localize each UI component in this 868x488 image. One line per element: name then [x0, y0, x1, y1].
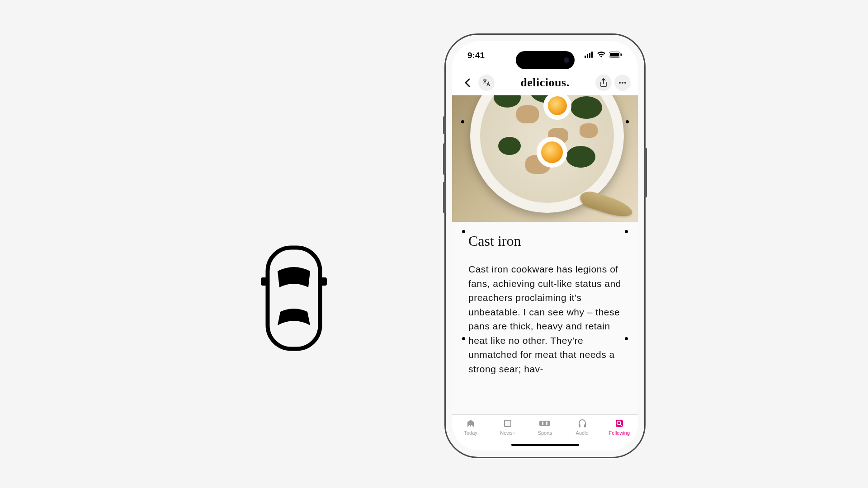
home-indicator[interactable]	[511, 444, 579, 446]
share-button[interactable]	[595, 75, 612, 91]
svg-rect-17	[546, 422, 547, 425]
svg-rect-6	[591, 52, 593, 58]
article-paragraph: Cast iron cookware has legions of fans, …	[468, 262, 622, 376]
tab-label: Sports	[538, 430, 552, 436]
phone-side-button	[443, 143, 446, 175]
svg-point-12	[624, 82, 626, 84]
svg-rect-1	[261, 277, 267, 286]
article-hero-image	[452, 95, 638, 222]
crop-marker-icon	[462, 337, 465, 340]
tab-following[interactable]: Following	[603, 418, 636, 436]
article-heading: Cast iron	[468, 233, 622, 249]
tab-newsplus[interactable]: News+	[491, 418, 524, 436]
svg-point-10	[619, 82, 621, 84]
headphones-icon	[577, 418, 587, 429]
tab-label: Audio	[576, 430, 589, 436]
phone-side-button	[644, 148, 647, 197]
svg-rect-8	[610, 53, 619, 56]
article-scroll-area[interactable]: Cast iron Cast iron cookware has legions…	[452, 95, 638, 414]
back-button[interactable]	[459, 75, 476, 91]
crop-marker-icon	[461, 120, 464, 123]
nav-bar: delicious.	[452, 70, 638, 95]
svg-rect-19	[584, 424, 586, 427]
sports-icon	[539, 418, 551, 429]
svg-point-11	[622, 82, 623, 84]
crop-marker-icon	[626, 120, 629, 123]
svg-rect-0	[268, 248, 320, 349]
status-time: 9:41	[467, 51, 485, 61]
wifi-icon	[597, 52, 606, 60]
cellular-signal-icon	[585, 52, 594, 60]
phone-mockup: 9:41	[444, 33, 646, 458]
svg-rect-9	[621, 54, 622, 56]
tab-label: News+	[500, 430, 515, 436]
following-icon	[614, 418, 624, 429]
svg-rect-18	[579, 424, 580, 427]
svg-rect-15	[539, 421, 550, 426]
tab-today[interactable]: Today	[454, 418, 487, 436]
more-button[interactable]	[614, 75, 631, 91]
tab-sports[interactable]: Sports	[528, 418, 561, 436]
car-top-view-icon	[258, 244, 330, 354]
tab-label: Following	[609, 430, 630, 436]
battery-icon	[609, 52, 623, 60]
svg-rect-16	[542, 422, 543, 425]
svg-rect-14	[505, 421, 510, 426]
svg-rect-5	[589, 53, 590, 58]
dynamic-island	[516, 51, 575, 69]
tab-label: Today	[464, 430, 477, 436]
tab-audio[interactable]: Audio	[566, 418, 599, 436]
crop-marker-icon	[462, 230, 465, 233]
article-body: Cast iron Cast iron cookware has legions…	[452, 222, 638, 376]
svg-rect-2	[321, 277, 327, 286]
news-icon	[466, 418, 476, 429]
crop-marker-icon	[625, 337, 628, 340]
publication-title: delicious.	[495, 76, 595, 89]
svg-rect-3	[585, 56, 586, 58]
svg-rect-4	[587, 54, 588, 58]
crop-marker-icon	[625, 230, 628, 233]
phone-side-button	[443, 116, 446, 134]
phone-side-button	[443, 182, 446, 213]
newsplus-icon	[503, 418, 513, 429]
translate-button[interactable]	[478, 75, 495, 91]
